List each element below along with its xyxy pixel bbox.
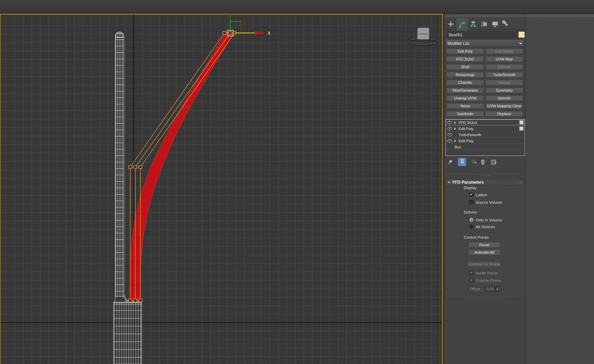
tab-modify[interactable] bbox=[457, 18, 468, 31]
stack-row-edit-poly-top[interactable]: Edit Poly bbox=[446, 126, 525, 132]
remove-modifier-button[interactable] bbox=[480, 159, 486, 165]
displace-button[interactable]: Displace bbox=[486, 111, 523, 116]
only-in-volume-radio-row[interactable]: Only In Volume bbox=[469, 218, 502, 222]
radio-unselected-icon[interactable] bbox=[469, 224, 474, 229]
ffd-lattice[interactable] bbox=[129, 33, 236, 301]
hierarchy-icon bbox=[470, 20, 477, 28]
checkbox-checked-icon[interactable] bbox=[469, 193, 474, 197]
expand-arrow-icon[interactable] bbox=[454, 140, 456, 142]
stack-row-ffd-3x3x3[interactable]: FFD 3x3x3 bbox=[446, 120, 525, 126]
outside-points-label: Outside Points bbox=[476, 278, 501, 283]
checkbox-checked-icon[interactable] bbox=[469, 278, 474, 283]
motion-icon bbox=[480, 20, 488, 28]
subdivide-button[interactable]: Subdivide bbox=[446, 111, 484, 116]
source-volume-label: Source Volume bbox=[476, 200, 502, 204]
unwrap-uvw-button[interactable]: Unwrap UVW bbox=[446, 95, 484, 101]
stack-row-label: Box bbox=[455, 145, 461, 149]
pin-stack-icon bbox=[447, 159, 453, 165]
lattice-label: Lattice bbox=[476, 193, 487, 197]
pin-stack-button[interactable] bbox=[447, 159, 453, 165]
retopology-button[interactable]: Retopology bbox=[446, 72, 484, 77]
uvw-map-button[interactable]: UVW Map bbox=[486, 56, 523, 62]
lattice-checkbox-row[interactable]: Lattice bbox=[469, 193, 487, 197]
rollout-grip-icon[interactable] bbox=[519, 181, 522, 184]
front-viewport[interactable]: X FRONT bbox=[0, 14, 443, 364]
utilities-icon bbox=[502, 20, 510, 28]
gizmo-x-label: X bbox=[268, 31, 270, 36]
ffd-parameters-rollout-header[interactable]: FFD Parameters bbox=[445, 179, 524, 185]
stack-row-label: TurboSmooth bbox=[459, 133, 481, 137]
uvw-mapping-clear-button[interactable]: UVW Mapping Clear bbox=[486, 103, 523, 109]
eye-icon[interactable] bbox=[447, 133, 452, 136]
source-volume-checkbox-row[interactable]: Source Volume bbox=[469, 200, 502, 204]
modify-icon bbox=[458, 21, 466, 29]
eye-icon[interactable] bbox=[447, 127, 452, 130]
offset-spinner[interactable]: 0,05 bbox=[485, 286, 499, 292]
object-name-field[interactable]: Box001 bbox=[446, 31, 516, 38]
object-color-swatch[interactable] bbox=[518, 31, 525, 38]
extrude-button[interactable]: Extrude bbox=[486, 64, 523, 70]
sweep-button[interactable]: Sweep bbox=[486, 80, 523, 85]
remove-modifier-icon bbox=[480, 159, 486, 165]
radio-selected-icon[interactable] bbox=[469, 218, 474, 222]
modifier-thumbnail-square[interactable] bbox=[519, 126, 524, 131]
deform-group-label: Deform: bbox=[462, 210, 479, 214]
red-arm-mesh[interactable] bbox=[130, 33, 234, 301]
modifier-buttons: Edit Poly Edit Spline FFD 2x2x2 UVW Map … bbox=[446, 49, 523, 116]
modifier-thumbnail-square[interactable] bbox=[519, 120, 524, 125]
tab-motion[interactable] bbox=[479, 18, 489, 30]
collapse-arrow-icon bbox=[448, 182, 451, 183]
make-unique-button[interactable] bbox=[471, 159, 478, 165]
inside-points-checkbox-row[interactable]: Inside Points bbox=[469, 271, 498, 275]
rollout-resize-handle[interactable] bbox=[445, 174, 524, 176]
all-vertices-radio-row[interactable]: All Vertices bbox=[469, 224, 495, 229]
expand-arrow-icon[interactable] bbox=[454, 127, 456, 130]
checkbox-checked-icon[interactable] bbox=[469, 271, 474, 275]
edit-poly-button[interactable]: Edit Poly bbox=[446, 49, 484, 54]
control-points-group: Control Points: Reset Animate All Confor… bbox=[459, 238, 510, 296]
noise-button[interactable]: Noise bbox=[446, 103, 484, 109]
reset-button[interactable]: Reset bbox=[469, 242, 500, 248]
panel-drag-handle[interactable] bbox=[444, 15, 594, 17]
panel-empty-area bbox=[525, 14, 594, 364]
modifier-list-dropdown[interactable]: Modifier List bbox=[445, 40, 524, 47]
tab-hierarchy[interactable] bbox=[468, 18, 478, 30]
toolbar-separator bbox=[468, 159, 469, 165]
gizmo-x-arrowhead[interactable] bbox=[255, 31, 266, 35]
chamfer-button[interactable]: Chamfer bbox=[446, 80, 484, 85]
only-in-volume-label: Only In Volume bbox=[476, 218, 502, 222]
conform-to-shape-button[interactable]: Conform to Shape bbox=[468, 261, 501, 267]
eye-icon[interactable] bbox=[447, 121, 452, 124]
rollout-title: FFD Parameters bbox=[453, 180, 484, 185]
stack-row-turbosmooth[interactable]: TurboSmooth bbox=[446, 132, 525, 138]
tab-utilities[interactable] bbox=[501, 18, 511, 30]
window-top-bar bbox=[0, 0, 594, 14]
expand-arrow-icon[interactable] bbox=[454, 121, 456, 124]
stack-row-box[interactable]: Box bbox=[446, 144, 525, 150]
checkbox-unchecked-icon[interactable] bbox=[469, 200, 474, 204]
configure-modifier-sets-button[interactable] bbox=[491, 159, 497, 165]
shell-button[interactable]: Shell bbox=[446, 64, 484, 70]
animate-all-button[interactable]: Animate All bbox=[469, 250, 500, 255]
symmetry-button[interactable]: Symmetry bbox=[486, 88, 523, 93]
stack-row-label: Edit Poly bbox=[459, 127, 473, 131]
ffd-2x2x2-button[interactable]: FFD 2x2x2 bbox=[446, 56, 484, 62]
outside-points-checkbox-row[interactable]: Outside Points bbox=[469, 278, 501, 283]
stack-row-edit-poly-bottom[interactable]: Edit Poly bbox=[446, 138, 525, 144]
viewcube[interactable]: FRONT bbox=[409, 28, 438, 45]
viewport-scene: X FRONT bbox=[0, 14, 443, 364]
eye-icon[interactable] bbox=[447, 139, 452, 143]
wireframe-pole[interactable] bbox=[114, 32, 141, 364]
floorgenerator-button[interactable]: FloorGenerator bbox=[446, 88, 484, 93]
display-group: Display: Lattice Source Volume bbox=[459, 188, 510, 209]
turbosmooth-button[interactable]: TurboSmooth bbox=[486, 72, 523, 77]
smooth-button[interactable]: Smooth bbox=[486, 95, 523, 101]
show-end-result-button[interactable] bbox=[458, 158, 466, 166]
edit-spline-button[interactable]: Edit Spline bbox=[486, 49, 523, 54]
tab-display[interactable] bbox=[490, 18, 500, 30]
stack-row-label: Edit Poly bbox=[459, 139, 473, 143]
ffd-control-points[interactable] bbox=[129, 32, 236, 302]
spinner-arrows-icon[interactable] bbox=[496, 287, 498, 291]
modifier-stack: FFD 3x3x3 Edit Poly TurboSmooth Edit Pol… bbox=[445, 119, 525, 156]
tab-create[interactable] bbox=[446, 18, 456, 30]
